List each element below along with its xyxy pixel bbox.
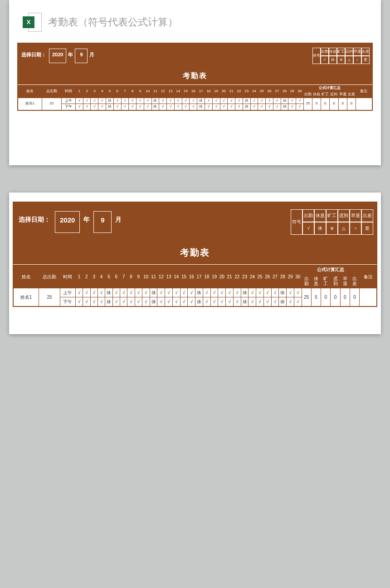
cell-mark[interactable]: √	[233, 297, 241, 306]
cell-mark[interactable]: √	[258, 98, 266, 104]
cell-mark[interactable]: √	[287, 297, 294, 306]
cell-mark[interactable]: √	[226, 297, 234, 306]
cell-mark[interactable]: 休	[151, 98, 159, 104]
cell-mark[interactable]: √	[112, 288, 120, 297]
cell-mark[interactable]: 休	[241, 297, 249, 306]
cell-mark[interactable]: √	[190, 98, 197, 104]
cell-mark[interactable]: √	[174, 98, 182, 104]
cell-mark[interactable]: 休	[150, 288, 157, 297]
cell-mark[interactable]: 休	[281, 98, 288, 104]
cell-mark[interactable]: √	[83, 104, 91, 110]
cell-mark[interactable]: √	[288, 104, 296, 110]
cell-mark[interactable]: √	[121, 104, 129, 110]
cell-mark[interactable]: √	[296, 104, 304, 110]
cell-mark[interactable]: 休	[151, 104, 159, 110]
cell-mark[interactable]: √	[165, 297, 173, 306]
cell-mark[interactable]: √	[127, 297, 135, 306]
cell-mark[interactable]: √	[287, 288, 294, 297]
cell-mark[interactable]: √	[205, 98, 212, 104]
cell-mark[interactable]: √	[203, 297, 210, 306]
cell-mark[interactable]: √	[165, 288, 173, 297]
cell-mark[interactable]: √	[91, 98, 98, 104]
cell-mark[interactable]: √	[220, 98, 228, 104]
cell-mark[interactable]: √	[121, 98, 129, 104]
cell-mark[interactable]: √	[212, 98, 220, 104]
cell-mark[interactable]: √	[159, 98, 167, 104]
cell-mark[interactable]: √	[91, 104, 98, 110]
cell-mark[interactable]: √	[75, 104, 83, 110]
cell-mark[interactable]: √	[83, 297, 90, 306]
cell-mark[interactable]: √	[226, 288, 234, 297]
cell-mark[interactable]: √	[250, 98, 258, 104]
cell-mark[interactable]: √	[263, 288, 271, 297]
cell-mark[interactable]: √	[288, 98, 296, 104]
cell-mark[interactable]: √	[144, 104, 151, 110]
cell-mark[interactable]: √	[218, 288, 226, 297]
cell-mark[interactable]: √	[266, 104, 273, 110]
cell-mark[interactable]: √	[220, 104, 228, 110]
cell-mark[interactable]: √	[235, 104, 243, 110]
cell-note[interactable]	[356, 98, 372, 110]
cell-mark[interactable]: √	[273, 98, 281, 104]
cell-mark[interactable]: √	[157, 297, 165, 306]
cell-mark[interactable]: √	[113, 98, 121, 104]
cell-mark[interactable]: √	[75, 98, 83, 104]
cell-mark[interactable]: √	[120, 288, 127, 297]
cell-mark[interactable]: 休	[195, 288, 203, 297]
cell-mark[interactable]: 休	[150, 297, 157, 306]
cell-mark[interactable]: √	[212, 104, 220, 110]
cell-mark[interactable]: √	[172, 288, 180, 297]
cell-mark[interactable]: √	[296, 98, 304, 104]
cell-mark[interactable]: √	[250, 104, 258, 110]
cell-mark[interactable]: √	[135, 288, 142, 297]
cell-mark[interactable]: √	[83, 288, 90, 297]
cell-mark[interactable]: √	[180, 297, 188, 306]
cell-mark[interactable]: √	[167, 104, 175, 110]
cell-mark[interactable]: √	[129, 98, 136, 104]
cell-mark[interactable]: 休	[197, 98, 205, 104]
cell-mark[interactable]: √	[167, 98, 175, 104]
cell-mark[interactable]: √	[271, 288, 279, 297]
cell-mark[interactable]: 休	[281, 104, 288, 110]
cell-mark[interactable]: √	[136, 98, 144, 104]
cell-mark[interactable]: √	[75, 288, 83, 297]
cell-mark[interactable]: √	[210, 297, 218, 306]
cell-mark[interactable]: √	[266, 98, 273, 104]
cell-mark[interactable]: √	[249, 297, 256, 306]
cell-mark[interactable]: √	[228, 98, 235, 104]
cell-mark[interactable]: √	[98, 104, 106, 110]
cell-mark[interactable]: √	[249, 288, 256, 297]
cell-mark[interactable]: √	[135, 297, 142, 306]
cell-mark[interactable]: √	[83, 98, 91, 104]
cell-mark[interactable]: √	[182, 104, 190, 110]
cell-mark[interactable]: √	[203, 288, 210, 297]
cell-mark[interactable]: √	[120, 297, 127, 306]
cell-mark[interactable]: √	[112, 297, 120, 306]
cell-mark[interactable]: √	[113, 104, 121, 110]
cell-mark[interactable]: √	[235, 98, 243, 104]
year-input[interactable]: 2020	[49, 49, 66, 63]
cell-mark[interactable]: √	[188, 297, 195, 306]
cell-mark[interactable]: √	[263, 297, 271, 306]
cell-mark[interactable]: √	[136, 104, 144, 110]
cell-mark[interactable]: √	[228, 104, 235, 110]
cell-mark[interactable]: √	[180, 288, 188, 297]
cell-mark[interactable]: √	[98, 98, 106, 104]
cell-mark[interactable]: √	[127, 288, 135, 297]
cell-mark[interactable]: 休	[243, 104, 250, 110]
cell-mark[interactable]: 休	[105, 288, 113, 297]
cell-mark[interactable]: 休	[197, 104, 205, 110]
cell-mark[interactable]: 休	[106, 98, 114, 104]
cell-mark[interactable]: √	[98, 288, 105, 297]
month-input[interactable]: 9	[75, 49, 88, 63]
cell-mark[interactable]: √	[218, 297, 226, 306]
cell-mark[interactable]: √	[144, 98, 151, 104]
cell-mark[interactable]: √	[157, 288, 165, 297]
cell-mark[interactable]: 休	[105, 297, 113, 306]
cell-mark[interactable]: √	[172, 297, 180, 306]
month-input[interactable]: 9	[93, 211, 112, 233]
cell-mark[interactable]: √	[75, 297, 83, 306]
cell-mark[interactable]: √	[294, 297, 302, 306]
cell-mark[interactable]: √	[294, 288, 302, 297]
cell-mark[interactable]: √	[271, 297, 279, 306]
